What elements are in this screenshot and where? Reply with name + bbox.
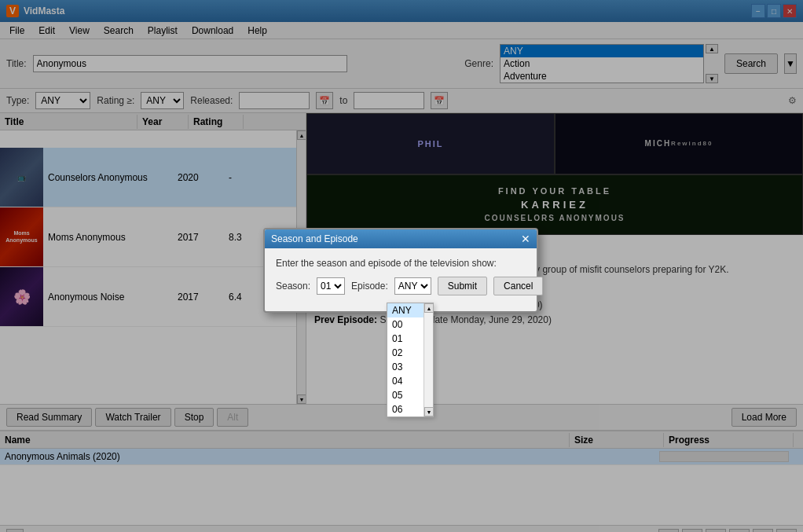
season-select[interactable]: 01 02 03 xyxy=(317,277,345,295)
submit-button[interactable]: Submit xyxy=(438,277,487,295)
season-label: Season: xyxy=(276,281,310,292)
modal-body: Enter the season and episode of the tele… xyxy=(265,248,537,311)
modal-row: Season: 01 02 03 Episode: ANY 00 01 02 0… xyxy=(276,277,526,295)
dropdown-scrollbar: ▲ ▼ xyxy=(424,303,433,416)
dd-scroll-up[interactable]: ▲ xyxy=(424,303,434,313)
season-episode-modal: Season and Episode ✕ Enter the season an… xyxy=(263,228,538,313)
episode-dropdown[interactable]: ANY 00 01 02 03 04 05 06 ▲ ▼ xyxy=(387,303,434,417)
episode-label: Episode: xyxy=(351,281,388,292)
modal-close-button[interactable]: ✕ xyxy=(521,233,530,245)
dd-scroll-down[interactable]: ▼ xyxy=(424,407,434,416)
cancel-button[interactable]: Cancel xyxy=(493,277,543,295)
modal-titlebar: Season and Episode ✕ xyxy=(265,229,537,248)
modal-instructions: Enter the season and episode of the tele… xyxy=(276,258,526,269)
modal-title: Season and Episode xyxy=(271,233,358,244)
episode-select[interactable]: ANY 00 01 02 03 04 05 06 xyxy=(394,277,431,295)
modal-overlay: Season and Episode ✕ Enter the season an… xyxy=(0,0,803,532)
